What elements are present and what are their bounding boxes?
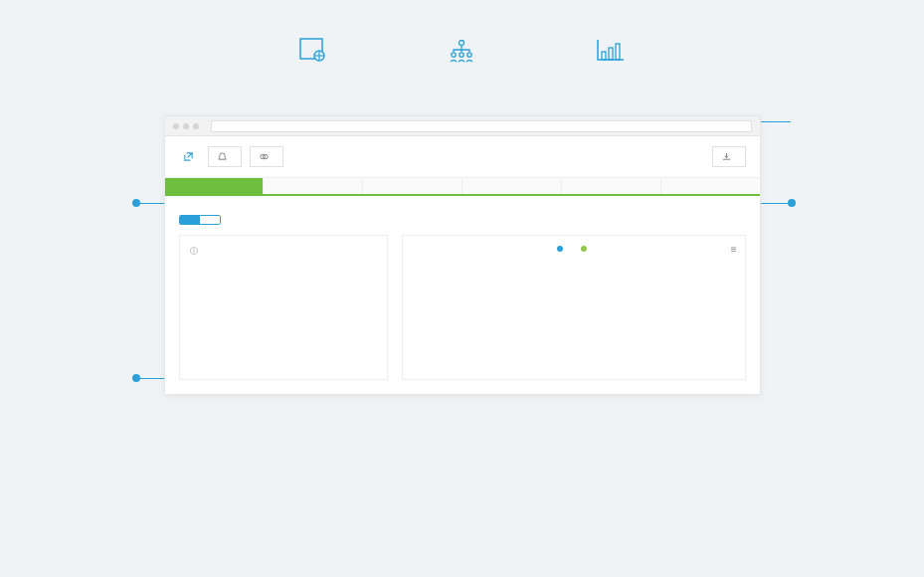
- stats-panel: ⓘ: [179, 235, 388, 380]
- line-chart: [413, 256, 735, 365]
- compare-competitor-button[interactable]: [250, 146, 283, 167]
- download-pdf-button[interactable]: [712, 146, 746, 167]
- tab-ppc-keywords[interactable]: [263, 178, 362, 194]
- windowdot-icon: [173, 123, 179, 129]
- feature-leads: [447, 36, 476, 76]
- browser-chrome-bar: [165, 116, 760, 136]
- windowdot-icon: [183, 123, 189, 129]
- svg-rect-10: [616, 44, 620, 60]
- domain-title[interactable]: [179, 151, 194, 162]
- features-row: [0, 36, 924, 76]
- browser-mock: ⓘ ≡: [164, 115, 761, 395]
- app-toolbar: [165, 136, 760, 178]
- download-icon: [722, 152, 731, 161]
- tab-competitors[interactable]: [462, 178, 561, 194]
- tab-compare[interactable]: [660, 178, 760, 194]
- compare-icon: [260, 152, 269, 161]
- diagram-area: ⓘ ≡: [0, 115, 924, 395]
- tab-ads[interactable]: [362, 178, 462, 194]
- tab-summary[interactable]: [165, 178, 264, 194]
- stats-title: ⓘ: [190, 246, 377, 257]
- connector-dot: [132, 199, 140, 207]
- legend-bing: [581, 246, 591, 252]
- feature-traffic: [299, 36, 327, 76]
- target-icon: [299, 36, 327, 66]
- chart-icon: [596, 36, 626, 66]
- chart-panel: ≡: [402, 235, 746, 380]
- url-bar[interactable]: [211, 120, 752, 132]
- svg-point-5: [451, 53, 455, 57]
- tab-organic-keywords[interactable]: [561, 178, 660, 194]
- info-icon[interactable]: ⓘ: [190, 247, 198, 256]
- windowdot-icon: [193, 123, 199, 129]
- svg-rect-8: [602, 52, 606, 60]
- toggle-ppc[interactable]: [180, 216, 200, 224]
- svg-rect-9: [609, 48, 613, 60]
- svg-point-4: [459, 41, 463, 46]
- chart-menu-icon[interactable]: ≡: [731, 244, 737, 255]
- svg-point-6: [459, 53, 462, 57]
- external-link-icon: [183, 151, 194, 162]
- page-title: [0, 0, 924, 36]
- chart-legend: [413, 246, 735, 252]
- toggle-seo[interactable]: [200, 216, 220, 224]
- create-alert-button[interactable]: [208, 146, 242, 167]
- tab-bar: [165, 178, 760, 196]
- legend-google: [557, 246, 567, 252]
- feature-conversion: [596, 36, 626, 76]
- connector-dot: [788, 199, 796, 207]
- svg-point-7: [466, 53, 470, 57]
- svg-point-12: [263, 154, 268, 159]
- ppc-seo-toggle[interactable]: [179, 215, 221, 225]
- tab-content: ⓘ ≡: [165, 196, 760, 394]
- hierarchy-icon: [447, 36, 476, 66]
- bell-icon: [218, 152, 227, 161]
- connector-dot: [132, 374, 140, 382]
